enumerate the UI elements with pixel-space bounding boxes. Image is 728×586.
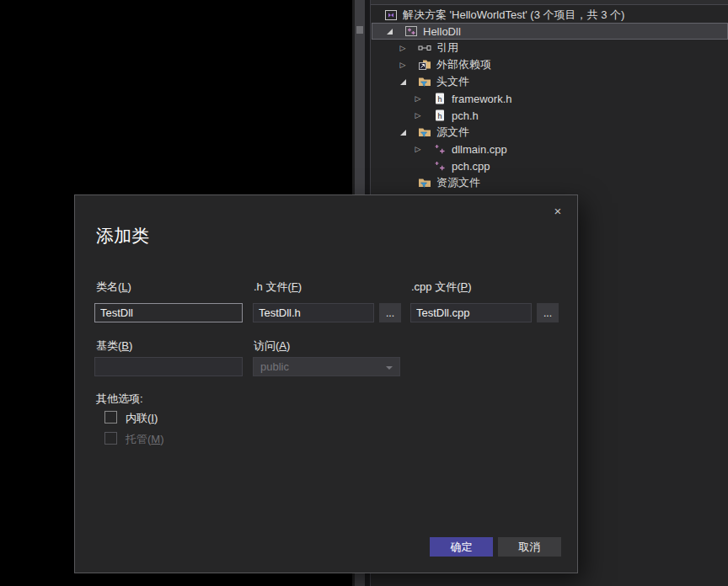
filtered-folder-icon: [418, 176, 431, 189]
tree-row[interactable]: 头文件: [371, 73, 728, 90]
tree-item-label: pch.cpp: [452, 160, 490, 173]
svg-text:h: h: [437, 112, 442, 120]
base-class-input[interactable]: [94, 357, 243, 376]
tree-row[interactable]: 资源文件: [371, 174, 728, 191]
tree-row[interactable]: HelloDll: [372, 23, 728, 40]
inline-checkbox[interactable]: [104, 411, 117, 424]
tree-row[interactable]: pch.cpp: [371, 157, 728, 174]
chevron-down-icon: [386, 366, 393, 370]
close-icon[interactable]: ×: [549, 202, 567, 221]
cpp-project-icon: [404, 24, 418, 38]
tree-row[interactable]: ▷hpch.h: [371, 107, 728, 124]
visual-studio-window: 解决方案 'HelloWorldTest' (3 个项目，共 3 个) Hell…: [0, 0, 728, 586]
chevron-collapsed-icon[interactable]: ▷: [411, 141, 425, 157]
tree-item-label: dllmain.cpp: [452, 143, 507, 156]
chevron-collapsed-icon[interactable]: ▷: [396, 40, 410, 56]
filtered-folder-icon: [418, 125, 431, 139]
panel-top-strip: [371, 0, 728, 5]
managed-checkbox[interactable]: [104, 432, 117, 445]
other-options-heading: 其他选项:: [96, 392, 143, 407]
header-file-icon: h: [433, 92, 447, 105]
chevron-collapsed-icon[interactable]: ▷: [396, 56, 410, 73]
tree-item-label: 外部依赖项: [436, 57, 491, 72]
cpp-file-icon: [433, 159, 447, 173]
scrollbar-thumb[interactable]: [356, 26, 363, 34]
tree-item-label: 引用: [436, 40, 458, 56]
solution-label: 解决方案 'HelloWorldTest' (3 个项目，共 3 个): [403, 8, 624, 23]
tree-item-label: pch.h: [452, 109, 479, 122]
inline-checkbox-label: 内联(I): [126, 411, 158, 426]
tree-row[interactable]: ▷dllmain.cpp: [371, 141, 728, 157]
chevron-collapsed-icon[interactable]: ▷: [411, 107, 425, 124]
header-file-icon: h: [433, 109, 447, 122]
cpp-file-browse-button[interactable]: ...: [537, 303, 559, 322]
managed-checkbox-label: 托管(M): [126, 432, 164, 447]
external-dependencies-icon: [418, 58, 431, 72]
references-icon: [418, 41, 431, 55]
chevron-collapsed-icon[interactable]: ▷: [411, 90, 425, 107]
h-file-label: .h 文件(F): [254, 280, 302, 295]
tree-item-label: 头文件: [436, 74, 469, 89]
chevron-expanded-icon[interactable]: [396, 124, 410, 141]
dialog-title: 添加类: [96, 224, 149, 248]
tree-row[interactable]: ▷外部依赖项: [371, 56, 728, 73]
solution-row[interactable]: 解决方案 'HelloWorldTest' (3 个项目，共 3 个): [371, 7, 728, 23]
tree-item-label: HelloDll: [423, 25, 461, 38]
ok-button[interactable]: 确定: [430, 537, 493, 557]
svg-text:h: h: [437, 95, 442, 104]
base-class-label: 基类(B): [96, 338, 132, 354]
chevron-expanded-icon[interactable]: [383, 23, 396, 40]
h-file-browse-button[interactable]: ...: [379, 303, 401, 322]
tree-row[interactable]: ▷引用: [371, 40, 728, 56]
class-name-input[interactable]: [94, 303, 243, 322]
tree-row[interactable]: ▷hframework.h: [371, 90, 728, 107]
tree-item-label: 资源文件: [436, 175, 480, 190]
h-file-input[interactable]: [253, 303, 374, 322]
cpp-file-input[interactable]: [410, 303, 532, 322]
tree-item-label: 源文件: [436, 125, 469, 140]
cpp-file-label: .cpp 文件(P): [411, 280, 472, 295]
filtered-folder-icon: [418, 75, 431, 88]
access-dropdown-value: public: [260, 360, 289, 373]
cancel-button[interactable]: 取消: [498, 537, 561, 557]
tree-item-label: framework.h: [452, 93, 512, 105]
access-dropdown[interactable]: public: [253, 357, 400, 376]
add-class-dialog: × 添加类 类名(L) .h 文件(F) ... .cpp 文件(P) ... …: [74, 194, 578, 573]
class-name-label: 类名(L): [96, 280, 131, 295]
solution-icon: [384, 8, 398, 22]
tree-row[interactable]: 源文件: [371, 124, 728, 141]
chevron-expanded-icon[interactable]: [396, 73, 410, 90]
cpp-file-icon: [433, 142, 447, 156]
access-label: 访问(A): [254, 338, 290, 354]
